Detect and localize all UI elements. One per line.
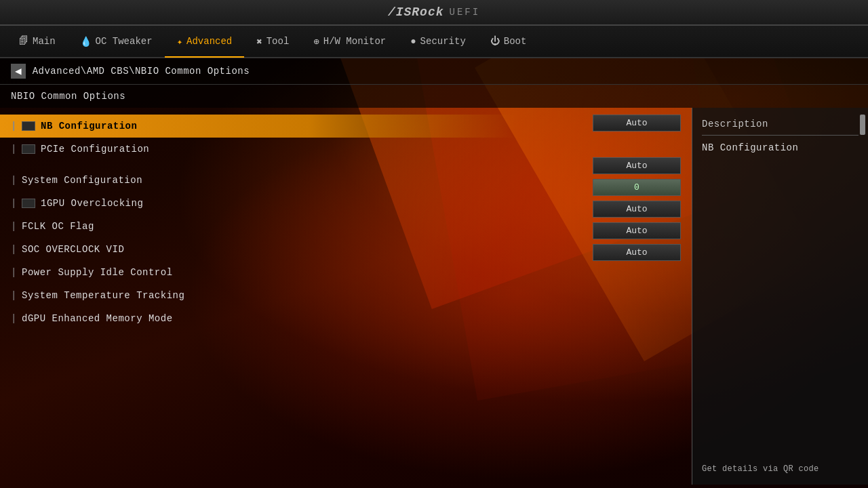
tab-hw-monitor-label: H/W Monitor — [323, 36, 386, 47]
tab-oc-tweaker[interactable]: 💧 OC Tweaker — [68, 26, 165, 58]
indicator-nb-config: | — [11, 121, 16, 131]
brand: /ISRock UEFI — [388, 5, 480, 19]
brand-name: /ISRock — [388, 5, 444, 19]
label-gpu-oc: 1GPU Overclocking — [41, 198, 143, 209]
value-row-4: Auto — [593, 201, 681, 220]
tab-boot-label: Boot — [504, 36, 527, 47]
security-icon: ● — [410, 36, 416, 47]
menu-item-pwr-idle[interactable]: | Power Supply Idle Control — [0, 261, 515, 284]
menu-item-sys-config[interactable]: | System Configuration — [0, 169, 515, 192]
icon-pcie-config — [22, 144, 35, 154]
page-title-area: NBIO Common Options — [0, 85, 868, 108]
boot-icon: ⏻ — [490, 36, 500, 47]
content-wrapper: | NB Configuration | PCIe Configuration … — [0, 108, 868, 485]
tab-advanced[interactable]: ✦ Advanced — [165, 26, 245, 58]
values-column: Auto Auto 0 Auto Auto Auto — [593, 115, 681, 264]
breadcrumb-path: Advanced\AMD CBS\NBIO Common Options — [33, 66, 250, 77]
indicator-sys-config: | — [11, 175, 16, 186]
label-pwr-idle: Power Supply Idle Control — [22, 267, 173, 278]
desc-content: NB Configuration — [702, 142, 859, 153]
tab-oc-tweaker-label: OC Tweaker — [96, 36, 153, 47]
label-soc-oc-vid: SOC OVERCLOCK VID — [22, 244, 124, 255]
icon-gpu-oc — [22, 199, 35, 208]
brand-uefi: UEFI — [450, 7, 481, 18]
indicator-gpu-oc: | — [11, 198, 16, 209]
value-row-5: Auto — [593, 222, 681, 242]
desc-title: Description — [702, 119, 859, 136]
value-row-1: Auto — [593, 115, 681, 134]
indicator-soc-oc-vid: | — [11, 244, 16, 255]
value-row-6: Auto — [593, 244, 681, 264]
description-sidebar: Description NB Configuration Get details… — [692, 108, 868, 485]
tab-hw-monitor[interactable]: ⊕ H/W Monitor — [301, 26, 398, 58]
main-icon: 🗐 — [19, 36, 28, 47]
tab-tool-label: Tool — [267, 36, 290, 47]
value-box-5[interactable]: Auto — [593, 222, 681, 239]
value-box-2[interactable]: Auto — [593, 157, 681, 174]
oc-tweaker-icon: 💧 — [80, 36, 92, 47]
tab-security[interactable]: ● Security — [398, 26, 478, 58]
value-row-2: Auto — [593, 157, 681, 177]
tab-main-label: Main — [33, 36, 56, 47]
indicator-pcie-config: | — [11, 144, 16, 155]
label-pcie-config: PCIe Configuration — [41, 144, 149, 155]
value-box-6[interactable]: Auto — [593, 244, 681, 261]
menu-item-dgpu-mem[interactable]: | dGPU Enhanced Memory Mode — [0, 307, 515, 330]
menu-item-pcie-config[interactable]: | PCIe Configuration — [0, 138, 515, 161]
left-and-values: | NB Configuration | PCIe Configuration … — [0, 108, 692, 485]
hw-monitor-icon: ⊕ — [313, 36, 319, 47]
tab-advanced-label: Advanced — [186, 36, 232, 47]
breadcrumb-area: ◀ Advanced\AMD CBS\NBIO Common Options — [0, 58, 868, 85]
menu-item-nb-config[interactable]: | NB Configuration — [0, 115, 515, 138]
tab-boot[interactable]: ⏻ Boot — [478, 26, 539, 58]
tab-security-label: Security — [420, 36, 466, 47]
spacer1 — [0, 161, 515, 169]
tool-icon: ✖ — [256, 36, 262, 47]
menu-item-fclk-oc[interactable]: | FCLK OC Flag — [0, 215, 515, 238]
value-box-1[interactable]: Auto — [593, 115, 681, 131]
value-box-4[interactable]: Auto — [593, 201, 681, 218]
value-row-3: 0 — [593, 179, 681, 199]
menu-item-sys-temp[interactable]: | System Temperature Tracking — [0, 284, 515, 307]
value-box-3[interactable]: 0 — [593, 179, 681, 196]
label-fclk-oc: FCLK OC Flag — [22, 221, 94, 232]
scrollbar[interactable] — [860, 115, 865, 135]
icon-nb-config — [22, 121, 35, 131]
indicator-pwr-idle: | — [11, 267, 16, 278]
tab-tool[interactable]: ✖ Tool — [244, 26, 301, 58]
indicator-fclk-oc: | — [11, 221, 16, 232]
label-sys-temp: System Temperature Tracking — [22, 290, 184, 301]
indicator-dgpu-mem: | — [11, 313, 16, 324]
left-panel: | NB Configuration | PCIe Configuration … — [0, 108, 515, 485]
label-sys-config: System Configuration — [22, 175, 142, 186]
label-dgpu-mem: dGPU Enhanced Memory Mode — [22, 313, 173, 324]
tab-main[interactable]: 🗐 Main — [7, 26, 68, 58]
top-bar: /ISRock UEFI — [0, 0, 868, 26]
indicator-sys-temp: | — [11, 290, 16, 301]
nav-tabs: 🗐 Main 💧 OC Tweaker ✦ Advanced ✖ Tool ⊕ … — [0, 26, 868, 58]
menu-item-gpu-oc[interactable]: | 1GPU Overclocking — [0, 192, 515, 215]
advanced-icon: ✦ — [177, 36, 182, 47]
label-nb-config: NB Configuration — [41, 121, 137, 131]
desc-footer: Get details via QR code — [702, 464, 859, 474]
page-title: NBIO Common Options — [11, 91, 125, 102]
menu-item-soc-oc-vid[interactable]: | SOC OVERCLOCK VID — [0, 238, 515, 261]
desc-top: Description NB Configuration — [702, 119, 859, 153]
back-button[interactable]: ◀ — [11, 64, 26, 79]
